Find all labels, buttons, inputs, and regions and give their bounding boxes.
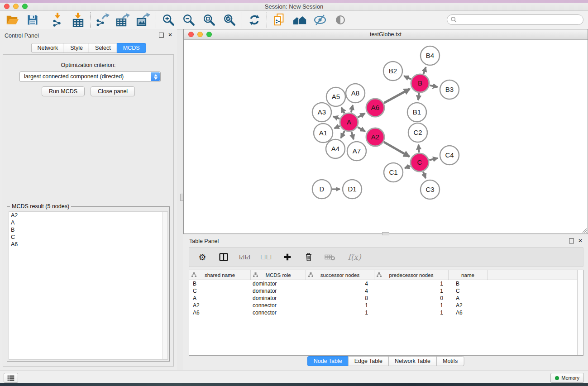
graph-node-D[interactable]: D [312,180,331,199]
graph-node-A5[interactable]: A5 [326,87,345,106]
minimize-network-button[interactable] [197,32,203,37]
criterion-dropdown[interactable]: largest connected component (directed) [19,71,161,82]
graph-node-C[interactable]: C [411,153,429,172]
graph-node-A3[interactable]: A3 [312,103,331,122]
graph-edge[interactable] [419,145,419,152]
column-header[interactable]: shared name [189,270,251,280]
zoom-in-button[interactable] [161,13,176,27]
tab-edge-table[interactable]: Edge Table [348,356,389,366]
graph-edge[interactable] [423,172,425,178]
splitpane-handle-horizontal[interactable] [382,232,389,235]
column-header[interactable]: successor nodes [306,270,374,280]
table-row[interactable]: A2connector11A2 [189,302,583,309]
graph-edge[interactable] [352,132,354,139]
table-settings-button[interactable]: ⚙ [196,251,208,263]
add-column-button[interactable] [282,251,293,263]
graph-node-D1[interactable]: D1 [343,180,362,199]
export-network-button[interactable] [96,13,110,27]
graph-edge[interactable] [341,131,344,138]
graph-node-B[interactable]: B [411,74,429,92]
column-visibility-button[interactable] [218,251,229,263]
result-item[interactable]: C [9,234,167,241]
mcds-result-list[interactable]: A2ABCA6 [9,211,168,360]
duplicate-network-button[interactable] [272,13,287,27]
result-item[interactable]: B [9,226,167,234]
graph-node-B2[interactable]: B2 [383,62,402,81]
close-window-button[interactable] [4,4,10,9]
open-session-button[interactable] [5,13,19,27]
graph-node-A1[interactable]: A1 [314,124,333,143]
delete-table-button[interactable] [324,251,336,263]
table-row[interactable]: Cdominator41C [189,287,583,295]
zoom-window-button[interactable] [22,4,28,9]
graph-edge[interactable] [341,108,344,114]
zoom-out-button[interactable] [182,13,196,27]
result-item[interactable]: A6 [9,241,167,248]
result-list-scrollbar[interactable] [162,212,167,359]
zoom-fit-button[interactable] [202,13,216,27]
graph-node-A6[interactable]: A6 [366,99,384,117]
graph-edge[interactable] [430,86,438,87]
network-window-titlebar[interactable]: testGlobe.txt [184,29,588,40]
graph-node-C4[interactable]: C4 [440,146,459,165]
graph-edge[interactable] [405,166,410,168]
zoom-network-button[interactable] [206,32,212,37]
deselect-all-rows-button[interactable]: ☐☐ [260,251,272,263]
table-row[interactable]: Adominator80A [189,295,583,302]
graph-edge[interactable] [424,67,426,74]
birds-eye-view-button[interactable] [333,13,348,27]
graph-edge[interactable] [418,93,419,100]
graphics-details-button[interactable] [313,13,327,27]
graph-edge[interactable] [429,158,437,160]
run-mcds-button[interactable]: Run MCDS [42,86,85,96]
tab-select[interactable]: Select [89,43,117,53]
graph-node-A[interactable]: A [340,113,358,131]
close-panel-button[interactable]: Close panel [91,86,135,96]
table-row[interactable]: A6connector11A6 [189,309,583,316]
result-item[interactable]: A [9,219,167,226]
refresh-layout-button[interactable] [247,13,262,27]
result-item[interactable]: A2 [9,212,167,219]
graph-node-A4[interactable]: A4 [326,139,345,158]
graph-edge[interactable] [358,114,365,118]
graph-node-A7[interactable]: A7 [347,142,366,161]
graph-edge[interactable] [384,142,409,157]
float-table-panel-icon[interactable] [569,238,574,243]
graph-node-B4[interactable]: B4 [421,46,440,65]
graph-edge[interactable] [335,126,340,129]
import-table-button[interactable] [71,13,85,27]
close-table-panel-icon[interactable]: ✕ [578,238,583,243]
save-session-button[interactable] [25,13,40,27]
function-builder-button[interactable]: f(x) [345,251,363,263]
graph-node-C3[interactable]: C3 [421,180,440,199]
column-header[interactable]: name [449,270,488,280]
graph-edge[interactable] [351,105,353,112]
tab-node-table[interactable]: Node Table [307,356,349,366]
search-input[interactable] [447,14,583,25]
tab-network[interactable]: Network [31,43,64,53]
column-header[interactable]: predecessor nodes [374,270,449,280]
export-table-button[interactable] [116,13,130,27]
select-all-rows-button[interactable]: ☑☑ [239,251,251,263]
zoom-selected-button[interactable] [222,13,237,27]
graph-edge[interactable] [358,127,365,131]
close-panel-icon[interactable]: ✕ [168,32,172,38]
table-scrollbar[interactable] [577,270,583,355]
delete-column-button[interactable] [303,251,315,263]
graph-node-C2[interactable]: C2 [408,123,427,142]
graph-node-A2[interactable]: A2 [366,128,384,146]
tab-network-table[interactable]: Network Table [388,356,437,366]
import-network-button[interactable] [50,13,65,27]
graph-edge[interactable] [404,76,411,79]
minimize-window-button[interactable] [13,4,19,9]
close-network-button[interactable] [188,32,194,37]
table-row[interactable]: Bdominator41B [189,280,583,287]
float-panel-icon[interactable] [159,33,164,38]
memory-button[interactable]: Memory [550,373,584,383]
tab-motifs[interactable]: Motifs [436,356,464,366]
graph-node-A8[interactable]: A8 [346,84,365,103]
graph-edge[interactable] [384,89,410,103]
graph-node-B3[interactable]: B3 [440,80,459,99]
home-button[interactable] [292,13,307,27]
column-header[interactable]: MCDS role [251,270,306,280]
